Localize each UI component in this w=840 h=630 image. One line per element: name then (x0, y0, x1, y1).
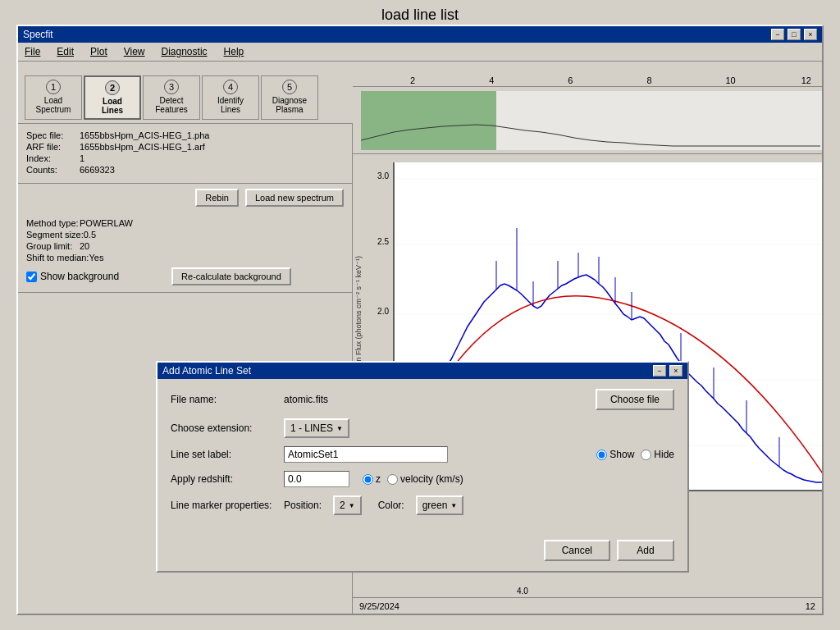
redshift-row: Apply redshift: z velocity (km/s) (171, 471, 674, 487)
step-label-1: LoadSpectrum (36, 96, 71, 114)
file-info-section: Spec file: 1655bbsHpm_ACIS-HEG_1.pha ARF… (18, 124, 352, 184)
menu-diagnostic[interactable]: Diagnostic (158, 44, 211, 59)
velocity-label: velocity (km/s) (400, 473, 463, 485)
svg-text:2.5: 2.5 (377, 237, 389, 246)
choose-file-button[interactable]: Choose file (596, 389, 674, 410)
marker-label: Line marker properties: (171, 500, 277, 511)
redshift-input[interactable] (284, 471, 349, 487)
show-radio[interactable] (596, 450, 607, 460)
menu-plot[interactable]: Plot (87, 44, 111, 59)
page-title: load line list (0, 0, 840, 27)
velocity-radio[interactable] (387, 474, 398, 485)
hide-radio[interactable] (641, 450, 651, 460)
extension-dropdown[interactable]: 1 - LINES ▼ (284, 418, 349, 438)
menu-file[interactable]: File (21, 44, 43, 59)
spec-file-row: Spec file: 1655bbsHpm_ACIS-HEG_1.pha (26, 130, 344, 140)
spec-value: 1655bbsHpm_ACIS-HEG_1.pha (80, 130, 209, 140)
svg-text:3.0: 3.0 (377, 171, 389, 180)
color-dropdown[interactable]: green ▼ (416, 495, 464, 515)
axis-label-2: 2 (410, 75, 415, 85)
show-background-row: Show background Re-calculate background (26, 267, 344, 285)
group-label: Group limit: (26, 241, 80, 251)
group-value: 20 (80, 241, 89, 251)
step-label-3: DetectFeatures (155, 96, 187, 114)
action-buttons: Rebin Load new spectrum (18, 184, 352, 212)
method-type-value: POWERLAW (80, 218, 133, 228)
arf-label: ARF file: (26, 142, 80, 152)
load-new-spectrum-button[interactable]: Load new spectrum (245, 189, 344, 207)
modal-close-button[interactable]: × (669, 365, 682, 377)
add-button[interactable]: Add (617, 540, 674, 561)
axis-label-6: 6 (568, 75, 573, 85)
add-atomic-line-dialog: Add Atomic Line Set − × File name: atomi… (156, 361, 689, 573)
filename-row: File name: atomic.fits Choose file (171, 389, 674, 410)
arf-value: 1655bbsHpm_ACIS-HEG_1.arf (80, 142, 205, 152)
shift-value: Yes (89, 253, 103, 262)
svg-rect-0 (361, 91, 496, 150)
method-type-label: Method type: (26, 218, 80, 228)
axis-label-10: 10 (726, 75, 736, 85)
wizard-step-2[interactable]: 2 LoadLines (84, 75, 141, 120)
modal-minimize-button[interactable]: − (653, 365, 666, 377)
step-num-1: 1 (46, 80, 61, 94)
step-label-5: DiagnosePlasma (272, 96, 307, 114)
overview-chart (353, 87, 822, 154)
menu-view[interactable]: View (121, 44, 148, 59)
marker-row: Line marker properties: Position: 2 ▼ Co… (171, 495, 674, 515)
chart-bottom-bar: 9/25/2024 12 (353, 597, 822, 614)
step-num-3: 3 (164, 80, 179, 94)
lineset-input[interactable] (284, 446, 448, 463)
axis-label-12: 12 (801, 75, 811, 85)
wizard-step-4[interactable]: 4 IdentifyLines (202, 75, 259, 120)
svg-text:2.0: 2.0 (377, 307, 389, 316)
method-section: Method type: POWERLAW Segment size: 0.5 … (18, 212, 352, 293)
cancel-button[interactable]: Cancel (544, 540, 610, 561)
hide-radio-item: Hide (641, 449, 674, 460)
color-value: green (422, 500, 448, 511)
modal-titlebar: Add Atomic Line Set − × (158, 363, 687, 379)
wizard-step-3[interactable]: 3 DetectFeatures (143, 75, 200, 120)
segment-row: Segment size: 0.5 (26, 230, 344, 240)
recalculate-background-button[interactable]: Re-calculate background (171, 267, 291, 285)
show-label: Show (609, 449, 634, 460)
color-arrow: ▼ (450, 502, 457, 509)
show-background-label: Show background (40, 271, 119, 282)
z-radio-item: z (363, 473, 381, 485)
segment-value: 0.5 (84, 230, 96, 240)
wizard-step-5[interactable]: 5 DiagnosePlasma (261, 75, 318, 120)
overview-svg (353, 87, 822, 153)
step-num-2: 2 (105, 80, 120, 95)
menubar: File Edit Plot View Diagnostic Help (18, 43, 822, 62)
counts-row: Counts: 6669323 (26, 165, 344, 175)
rebin-button[interactable]: Rebin (195, 189, 239, 207)
close-button[interactable]: × (804, 29, 817, 40)
position-dropdown[interactable]: 2 ▼ (333, 495, 362, 515)
main-titlebar: Specfit − □ × (18, 26, 822, 43)
group-row: Group limit: 20 (26, 241, 344, 251)
filename-value: atomic.fits (284, 394, 328, 405)
z-label: z (376, 473, 381, 485)
step-label-4: IdentifyLines (217, 96, 244, 114)
arf-file-row: ARF file: 1655bbsHpm_ACIS-HEG_1.arf (26, 142, 344, 152)
color-label: Color: (378, 500, 404, 511)
menu-edit[interactable]: Edit (53, 44, 77, 59)
z-radio[interactable] (363, 474, 373, 485)
spec-label: Spec file: (26, 130, 80, 140)
extension-label: Choose extension: (171, 422, 277, 434)
show-background-checkbox[interactable] (26, 272, 37, 282)
wizard-step-1[interactable]: 1 LoadSpectrum (25, 75, 82, 120)
extension-value: 1 - LINES (290, 422, 333, 434)
axis-label-8: 8 (646, 75, 651, 85)
minimize-button[interactable]: − (771, 29, 784, 40)
modal-controls: − × (653, 365, 682, 377)
counts-label: Counts: (26, 165, 80, 175)
svg-rect-1 (496, 91, 822, 150)
restore-button[interactable]: □ (788, 29, 801, 40)
step-num-5: 5 (282, 80, 297, 94)
hide-label: Hide (654, 449, 674, 460)
lineset-label: Line set label: (171, 449, 277, 460)
filename-label: File name: (171, 394, 277, 405)
menu-help[interactable]: Help (221, 44, 248, 59)
step-num-4: 4 (223, 80, 238, 94)
redshift-label: Apply redshift: (171, 473, 277, 485)
